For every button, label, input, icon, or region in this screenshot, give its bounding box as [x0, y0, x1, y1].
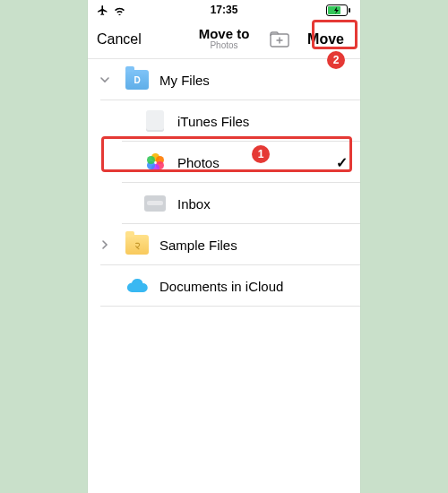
row-label: iTunes Files	[177, 114, 348, 129]
icloud-icon	[122, 278, 152, 294]
folder-icon: ၃	[122, 235, 152, 255]
checkmark-icon: ✓	[336, 154, 348, 171]
new-folder-icon[interactable]	[270, 31, 289, 48]
move-button[interactable]: Move	[300, 26, 351, 53]
row-inbox[interactable]: Inbox	[88, 183, 360, 224]
status-time: 17:35	[88, 4, 360, 16]
inbox-icon	[140, 195, 170, 212]
chevron-right-icon[interactable]	[88, 239, 122, 250]
row-sample-files[interactable]: ၃ Sample Files	[88, 224, 360, 265]
nav-bar: Cancel Move to Photos Move	[88, 20, 360, 59]
status-bar: 17:35	[88, 0, 360, 20]
row-documents-icloud[interactable]: Documents in iCloud	[88, 265, 360, 307]
cancel-button[interactable]: Cancel	[97, 31, 142, 48]
chevron-down-icon[interactable]	[88, 74, 122, 85]
row-itunes-files[interactable]: iTunes Files	[88, 100, 360, 142]
row-label: Documents in iCloud	[159, 279, 348, 294]
folder-icon: D	[122, 70, 152, 90]
row-photos[interactable]: Photos ✓	[88, 142, 360, 183]
annotation-badge-2: 2	[327, 51, 345, 69]
folder-list: D My Files iTunes Files	[88, 59, 360, 493]
row-my-files[interactable]: D My Files	[88, 59, 360, 100]
row-label: Inbox	[177, 196, 348, 212]
row-label: Sample Files	[159, 238, 348, 253]
row-label: My Files	[159, 73, 348, 88]
phone-frame: 17:35 Cancel Move to Photos Move	[88, 0, 360, 493]
itunes-file-icon	[140, 110, 170, 132]
annotation-badge-1: 1	[252, 145, 270, 163]
photos-icon	[140, 152, 170, 172]
